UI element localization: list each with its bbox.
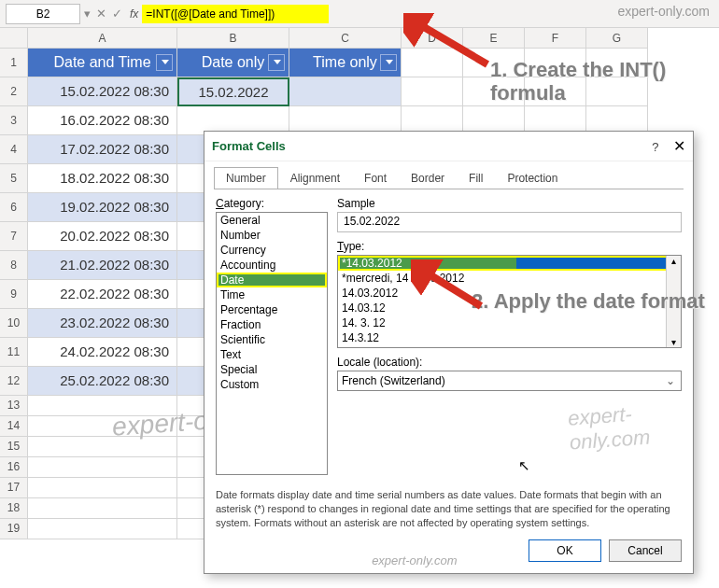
- name-box[interactable]: B2: [6, 4, 80, 24]
- help-icon[interactable]: ?: [652, 140, 658, 154]
- format-cells-dialog: Format Cells ? ✕ NumberAlignmentFontBord…: [204, 131, 694, 574]
- col-header-B[interactable]: B: [177, 28, 289, 49]
- row-header-8[interactable]: 8: [0, 251, 28, 280]
- tab-protection[interactable]: Protection: [495, 167, 570, 189]
- row-header-4[interactable]: 4: [0, 135, 28, 164]
- close-icon[interactable]: ✕: [673, 138, 685, 154]
- formula-tools: ▾ ✕ ✓: [84, 7, 122, 21]
- cell[interactable]: [28, 457, 177, 478]
- category-text[interactable]: Text: [217, 347, 327, 362]
- formula-bar[interactable]: =INT([@[Date and Time]]): [142, 5, 329, 23]
- type-label: Type:: [337, 240, 682, 253]
- category-scientific[interactable]: Scientific: [217, 332, 327, 347]
- row-header-7[interactable]: 7: [0, 222, 28, 251]
- row-header-12[interactable]: 12: [0, 367, 28, 396]
- type-option[interactable]: *mercredi, 14 mars 2012: [338, 271, 681, 286]
- locale-label: Locale (location):: [337, 356, 682, 369]
- row-header-18[interactable]: 18: [0, 498, 28, 519]
- type-option[interactable]: 2012-03-14: [338, 345, 681, 348]
- cell[interactable]: [28, 437, 177, 457]
- annotation-1: 1. Create the INT() formula: [490, 58, 719, 105]
- type-option[interactable]: 14.3.12: [338, 330, 681, 345]
- cancel-icon[interactable]: ✕: [96, 7, 106, 21]
- row-header-19[interactable]: 19: [0, 519, 28, 539]
- cell-c2[interactable]: [289, 77, 402, 106]
- category-custom[interactable]: Custom: [217, 377, 327, 392]
- tab-border[interactable]: Border: [399, 167, 457, 189]
- col-header-G[interactable]: G: [586, 28, 648, 49]
- row-header-2[interactable]: 2: [0, 77, 28, 106]
- category-date[interactable]: Date: [217, 273, 327, 287]
- table-header-a[interactable]: Date and Time: [28, 49, 177, 77]
- row-header-11[interactable]: 11: [0, 338, 28, 367]
- sample-value: 15.02.2022: [337, 212, 682, 232]
- row-header-9[interactable]: 9: [0, 280, 28, 309]
- row-header-6[interactable]: 6: [0, 193, 28, 222]
- red-arrow-1: [403, 13, 497, 88]
- ok-button[interactable]: OK: [529, 539, 601, 562]
- category-currency[interactable]: Currency: [217, 243, 327, 258]
- dialog-title: Format Cells: [212, 139, 286, 153]
- cell-a6[interactable]: 19.02.2022 08:30: [28, 193, 177, 222]
- cell-a4[interactable]: 17.02.2022 08:30: [28, 135, 177, 164]
- col-header-A[interactable]: A: [28, 28, 177, 49]
- tab-fill[interactable]: Fill: [457, 167, 495, 189]
- type-option[interactable]: 14. 3. 12: [338, 315, 681, 330]
- row-header-5[interactable]: 5: [0, 164, 28, 193]
- tab-alignment[interactable]: Alignment: [278, 167, 352, 189]
- dropdown-icon[interactable]: ▾: [84, 7, 91, 21]
- watermark-dialog-bottom: expert-only.com: [372, 553, 458, 567]
- type-option[interactable]: *14.03.2012: [338, 256, 681, 271]
- row-header-17[interactable]: 17: [0, 478, 28, 498]
- explanation-text: Date formats display date and time seria…: [204, 483, 693, 530]
- row-header-16[interactable]: 16: [0, 457, 28, 478]
- watermark-top: expert-only.com: [617, 4, 710, 19]
- tab-number[interactable]: Number: [214, 167, 278, 189]
- svg-line-0: [413, 21, 487, 64]
- category-time[interactable]: Time: [217, 287, 327, 302]
- category-number[interactable]: Number: [217, 228, 327, 243]
- cell-a8[interactable]: 21.02.2022 08:30: [28, 251, 177, 280]
- col-header-F[interactable]: F: [525, 28, 586, 49]
- fx-icon[interactable]: fx: [130, 7, 138, 21]
- locale-combo[interactable]: French (Switzerland): [337, 371, 682, 391]
- row-header-3[interactable]: 3: [0, 106, 28, 135]
- cell[interactable]: [28, 478, 177, 498]
- cell-a2[interactable]: 15.02.2022 08:30: [28, 77, 177, 106]
- category-percentage[interactable]: Percentage: [217, 302, 327, 317]
- table-header-c[interactable]: Time only: [289, 49, 402, 77]
- category-accounting[interactable]: Accounting: [217, 258, 327, 273]
- annotation-2: 2. Apply the date format: [472, 289, 705, 313]
- cell[interactable]: [28, 519, 177, 539]
- svg-line-1: [420, 269, 481, 306]
- watermark-dialog: expert-only.com: [567, 398, 694, 455]
- cell-b2[interactable]: 15.02.2022: [177, 77, 289, 106]
- sample-label: Sample: [337, 197, 682, 210]
- enter-icon[interactable]: ✓: [112, 7, 122, 21]
- cancel-button[interactable]: Cancel: [609, 539, 682, 562]
- category-list[interactable]: GeneralNumberCurrencyAccountingDateTimeP…: [216, 212, 328, 475]
- row-header-14[interactable]: 14: [0, 416, 28, 437]
- row-header-1[interactable]: 1: [0, 49, 28, 77]
- cell-a12[interactable]: 25.02.2022 08:30: [28, 367, 177, 396]
- row-header-15[interactable]: 15: [0, 437, 28, 457]
- cell-a11[interactable]: 24.02.2022 08:30: [28, 338, 177, 367]
- red-arrow-2: [411, 259, 495, 325]
- col-header-C[interactable]: C: [289, 28, 402, 49]
- cell-a9[interactable]: 22.02.2022 08:30: [28, 280, 177, 309]
- row-header-10[interactable]: 10: [0, 309, 28, 338]
- cell[interactable]: [28, 498, 177, 519]
- cell-a10[interactable]: 23.02.2022 08:30: [28, 309, 177, 338]
- cursor-icon: ↖: [518, 457, 530, 474]
- row-header-13[interactable]: 13: [0, 396, 28, 416]
- tab-font[interactable]: Font: [352, 167, 399, 189]
- cell-a7[interactable]: 20.02.2022 08:30: [28, 222, 177, 251]
- category-fraction[interactable]: Fraction: [217, 317, 327, 332]
- table-header-b[interactable]: Date only: [177, 49, 289, 77]
- category-special[interactable]: Special: [217, 362, 327, 377]
- category-general[interactable]: General: [217, 213, 327, 228]
- select-all-corner[interactable]: [0, 28, 28, 49]
- cell-a5[interactable]: 18.02.2022 08:30: [28, 164, 177, 193]
- cell-a3[interactable]: 16.02.2022 08:30: [28, 106, 177, 135]
- category-label: Category:: [216, 197, 328, 210]
